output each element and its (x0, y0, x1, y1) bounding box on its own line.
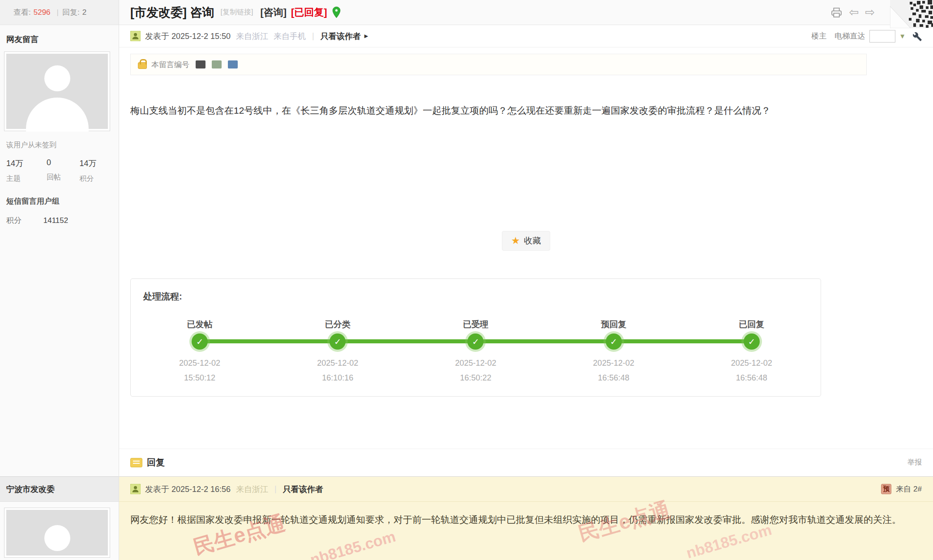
jump-down-icon[interactable]: ▼ (899, 32, 906, 40)
process-flow-panel: 处理流程: 已发帖 ✓ 2025-12-02 15:50:12 已分类 ✓ 20… (130, 278, 821, 397)
thread-stats-bar: 查看: 5296 | 回复: 2 (0, 0, 119, 25)
check-icon: ✓ (467, 333, 484, 350)
thread-main: [市发改委] 咨询 [复制链接] [咨询] [已回复] ⇦ ⇨ (119, 0, 933, 560)
floor-jump-input[interactable] (869, 30, 895, 43)
pre-reply-stamp-icon: 预 (881, 484, 891, 494)
views-label: 查看: (13, 7, 31, 17)
replies-label: 回复: (62, 7, 80, 17)
redacted-block (228, 60, 238, 68)
step-date: 2025-12-02 (593, 359, 634, 368)
online-status-icon (130, 484, 141, 494)
avatar-silhouette-head (44, 65, 70, 91)
separator: | (312, 31, 314, 41)
next-thread-icon[interactable]: ⇨ (865, 5, 875, 19)
step-time: 16:10:16 (322, 373, 353, 383)
post-content: 梅山支线当初不是包含在12号线中，在《长三角多层次轨道交通规划》一起批复立项的吗… (119, 75, 933, 118)
post-time: 发表于 2025-12-2 16:56 (145, 484, 231, 495)
step-date: 2025-12-02 (731, 359, 772, 368)
tag-replied-badge: [已回复] (291, 6, 327, 19)
only-author-link[interactable]: 只看该作者 (283, 484, 323, 495)
reply-avatar[interactable] (4, 508, 110, 557)
step-label: 已发帖 (187, 319, 213, 330)
process-title: 处理流程: (143, 291, 821, 303)
step-date: 2025-12-02 (179, 359, 220, 368)
user-group-name: 短信留言用户组 (6, 196, 119, 206)
step-time: 16:50:22 (460, 373, 491, 383)
thread-title-bar: [市发改委] 咨询 [复制链接] [咨询] [已回复] ⇦ ⇨ (119, 0, 933, 25)
location-pin-icon[interactable] (332, 6, 341, 18)
post-location[interactable]: 来自浙江 (236, 31, 268, 42)
process-step: 已发帖 ✓ 2025-12-02 15:50:12 (131, 319, 269, 383)
signin-status: 该用户从未签到 (6, 141, 119, 150)
points-row: 积分 141152 (6, 215, 119, 226)
step-time: 16:56:48 (736, 373, 767, 383)
author-sidebar: 查看: 5296 | 回复: 2 网友留言 该用户从未签到 14万 主题 0 回… (0, 0, 119, 560)
reply-author-name[interactable]: 宁波市发改委 (6, 484, 55, 495)
step-date: 2025-12-02 (317, 359, 358, 368)
reply-meta-bar: 发表于 2025-12-2 16:56 来自浙江 | 只看该作者 预 来自 2# (119, 477, 933, 502)
step-label: 已分类 (325, 319, 351, 330)
separator: | (57, 8, 59, 17)
notice-text: 本留言编号 (151, 60, 189, 70)
reply-author-body (0, 502, 119, 560)
copy-link[interactable]: [复制链接] (220, 8, 253, 17)
process-step: 已受理 ✓ 2025-12-02 16:50:22 (407, 319, 544, 383)
stat-label[interactable]: 回帖 (47, 173, 79, 182)
op-author-panel: 网友留言 该用户从未签到 14万 主题 0 回帖 14万 积分 (0, 25, 119, 476)
step-time: 16:56:48 (598, 373, 629, 383)
lock-icon (138, 62, 147, 69)
redacted-block (212, 60, 222, 68)
stat-value[interactable]: 14万 (6, 158, 47, 169)
official-reply-post: 发表于 2025-12-2 16:56 来自浙江 | 只看该作者 预 来自 2#… (119, 476, 933, 560)
wrench-icon[interactable] (912, 31, 922, 41)
notice-bar: 本留言编号 (130, 54, 867, 75)
caret-icon: ▶ (364, 33, 368, 39)
report-link[interactable]: 举报 (907, 458, 922, 467)
step-label: 已受理 (463, 319, 488, 330)
check-icon: ✓ (330, 333, 346, 350)
post-location[interactable]: 来自浙江 (236, 484, 268, 495)
favorite-label: 收藏 (524, 235, 541, 247)
post-actions-bar: 回复 举报 (119, 449, 933, 476)
stat-points: 14万 积分 (80, 158, 112, 184)
print-icon[interactable] (830, 7, 843, 18)
stat-label[interactable]: 主题 (6, 174, 47, 184)
separator: | (274, 484, 277, 494)
qr-code[interactable] (890, 0, 933, 28)
stat-threads: 14万 主题 (6, 158, 47, 184)
floor-number[interactable]: 来自 2# (896, 484, 922, 494)
reply-author-band: 宁波市发改委 (0, 477, 119, 502)
floor-op-label: 楼主 (811, 31, 826, 41)
check-icon: ✓ (744, 333, 760, 350)
post-meta-bar: 发表于 2025-12-2 15:50 来自浙江 来自手机 | 只看该作者 ▶ … (119, 25, 933, 47)
step-time: 15:50:12 (184, 373, 215, 383)
favorite-row: ★ 收藏 (119, 231, 933, 251)
online-status-icon (130, 31, 141, 41)
points-value: 141152 (43, 216, 68, 225)
step-label: 已回复 (739, 319, 764, 330)
favorite-button[interactable]: ★ 收藏 (502, 231, 551, 251)
avatar-silhouette-head (44, 525, 70, 551)
stat-value[interactable]: 14万 (80, 158, 112, 169)
post-device[interactable]: 来自手机 (274, 31, 306, 42)
reply-button[interactable]: 回复 (130, 457, 165, 469)
op-post: 发表于 2025-12-2 15:50 来自浙江 来自手机 | 只看该作者 ▶ … (119, 25, 933, 476)
points-label: 积分 (6, 216, 21, 225)
step-date: 2025-12-02 (455, 359, 496, 368)
step-label: 预回复 (601, 319, 626, 330)
user-stats: 14万 主题 0 回帖 14万 积分 (6, 158, 112, 184)
stat-label[interactable]: 积分 (80, 174, 112, 184)
reply-content: 网友您好！根据国家发改委申报新一轮轨道交通规划通知要求，对于前一轮轨道交通规划中… (119, 502, 933, 560)
process-step: 已回复 ✓ 2025-12-02 16:56:48 (683, 319, 821, 383)
stat-replies: 0 回帖 (47, 158, 79, 184)
redacted-block (196, 60, 205, 68)
only-author-link[interactable]: 只看该作者 (321, 31, 361, 42)
tag-consult[interactable]: [咨询] (260, 6, 287, 19)
replies-value: 2 (82, 8, 86, 17)
elevator-jump-label[interactable]: 电梯直达 (835, 31, 865, 41)
stat-value[interactable]: 0 (47, 158, 79, 167)
avatar[interactable] (4, 52, 110, 131)
prev-thread-icon[interactable]: ⇦ (849, 5, 859, 19)
check-icon: ✓ (606, 333, 622, 350)
views-value: 5296 (34, 8, 51, 17)
